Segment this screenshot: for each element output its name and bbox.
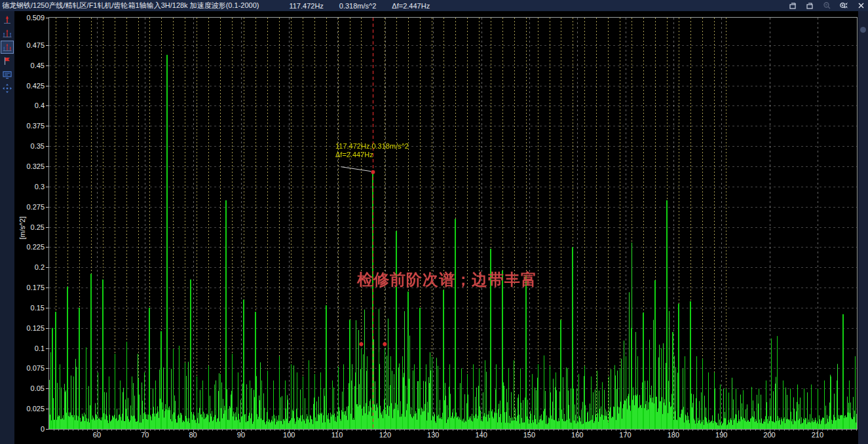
x-minor-tick-mark (424, 430, 425, 431)
x-minor-tick-mark (505, 430, 506, 431)
x-minor-tick-mark (827, 430, 828, 431)
x-minor-tick-mark (799, 430, 799, 431)
x-minor-tick-mark (255, 430, 256, 431)
scroll-indicator[interactable] (860, 27, 866, 33)
x-minor-tick-mark (78, 430, 79, 431)
x-minor-tick-mark (654, 430, 655, 431)
x-minor-tick-mark (491, 430, 491, 431)
x-minor-tick-mark (813, 430, 814, 431)
y-tick-label: 0.15 (16, 304, 45, 312)
x-minor-tick-mark (842, 430, 842, 431)
y-tick-mark (46, 328, 48, 329)
x-minor-tick-mark (568, 430, 569, 431)
x-minor-tick-mark (486, 430, 487, 431)
x-minor-tick-mark (395, 430, 396, 431)
x-minor-tick-mark (183, 430, 184, 431)
x-minor-tick-mark (136, 430, 136, 431)
y-tick-mark (46, 126, 48, 126)
x-minor-tick-mark (563, 430, 563, 431)
x-minor-tick-mark (659, 430, 660, 431)
x-minor-tick-mark (309, 430, 309, 431)
x-minor-tick-mark (856, 430, 857, 431)
x-minor-tick-mark (294, 430, 295, 431)
y-tick-label: 0.45 (16, 62, 45, 69)
x-minor-tick-mark (822, 430, 823, 431)
x-minor-tick-mark (534, 430, 535, 431)
x-minor-tick-mark (453, 430, 453, 431)
single-cursor-tool[interactable] (1, 13, 14, 26)
x-minor-tick-mark (265, 430, 266, 431)
x-minor-tick-mark (188, 430, 189, 431)
display-list-tool[interactable] (1, 68, 14, 81)
y-tick-mark (46, 348, 48, 349)
x-minor-tick-mark (280, 430, 280, 431)
x-minor-tick-mark (375, 430, 376, 431)
x-minor-tick-mark (496, 430, 497, 431)
x-minor-tick-mark (688, 430, 689, 431)
x-minor-tick-mark (443, 430, 443, 431)
x-minor-tick-mark (587, 430, 588, 431)
cursor-amplitude-readout: 0.318m/s^2 (339, 2, 377, 10)
cursor-annotation[interactable]: 117.472Hz,0.318m/s^2 Δf=2.447Hz (335, 142, 409, 159)
x-minor-tick-mark (726, 430, 727, 431)
x-minor-tick-mark (174, 430, 174, 431)
title-bar: 德龙钢铁/1250产线/精轧区/F1轧机/齿轮箱1轴输入3H/128k 加速度波… (0, 0, 868, 11)
x-minor-tick-mark (332, 430, 333, 431)
y-tick-label: 0.375 (16, 122, 45, 130)
restore-window-icon[interactable] (788, 1, 797, 10)
zoom-out-icon[interactable] (822, 1, 831, 10)
y-tick-mark (46, 388, 48, 389)
flag-marker-tool[interactable] (1, 54, 14, 67)
x-minor-tick-mark (577, 430, 578, 431)
close-window-icon[interactable] (856, 1, 865, 10)
x-minor-tick-mark (592, 430, 592, 431)
y-tick-mark (46, 105, 48, 106)
x-minor-tick-mark (837, 430, 837, 431)
x-minor-tick-mark (645, 430, 645, 431)
x-minor-tick-mark (107, 430, 107, 431)
x-minor-tick-mark (208, 430, 208, 431)
sideband-cursor-tool[interactable] (1, 41, 14, 54)
x-minor-tick-mark (92, 430, 93, 431)
y-tick-mark (46, 267, 48, 268)
pan-move-tool[interactable] (1, 82, 14, 95)
x-minor-tick-mark (356, 430, 357, 431)
x-minor-tick-mark (274, 430, 275, 431)
x-minor-tick-mark (635, 430, 635, 431)
y-tick-label: 0.025 (16, 405, 45, 413)
x-minor-tick-mark (361, 430, 362, 431)
y-tick-mark (46, 308, 48, 308)
x-minor-tick-mark (385, 430, 386, 431)
x-minor-tick-mark (476, 430, 477, 431)
x-minor-tick-mark (227, 430, 227, 431)
x-minor-tick-mark (438, 430, 439, 431)
y-tick-mark (46, 187, 48, 187)
x-minor-tick-mark (539, 430, 540, 431)
y-tick-mark (46, 247, 48, 248)
x-minor-tick-mark (169, 430, 170, 431)
x-minor-tick-mark (202, 430, 203, 431)
x-minor-tick-mark (721, 430, 722, 431)
x-minor-tick-mark (284, 430, 285, 431)
x-minor-tick-mark (529, 430, 530, 431)
x-minor-tick-mark (712, 430, 713, 431)
x-minor-tick-mark (774, 430, 775, 431)
x-minor-tick-mark (692, 430, 693, 431)
x-minor-tick-mark (102, 430, 102, 431)
harmonic-cursor-tool[interactable] (1, 27, 14, 40)
spectrum-plot-area (48, 17, 858, 430)
x-minor-tick-mark (419, 430, 419, 431)
x-minor-tick-mark (481, 430, 482, 431)
x-minor-tick-mark (764, 430, 765, 431)
y-tick-label: 0.4 (16, 102, 45, 109)
copy-window-icon[interactable] (805, 1, 814, 10)
spectrum-canvas[interactable] (49, 18, 857, 429)
zoom-fit-icon[interactable] (839, 1, 848, 10)
y-tick-label: 0.175 (16, 284, 45, 291)
x-minor-tick-mark (428, 430, 429, 431)
x-minor-tick-mark (342, 430, 343, 431)
x-minor-tick-mark (337, 430, 338, 431)
x-minor-tick-mark (457, 430, 458, 431)
y-tick-mark (46, 18, 48, 18)
x-minor-tick-mark (145, 430, 145, 431)
